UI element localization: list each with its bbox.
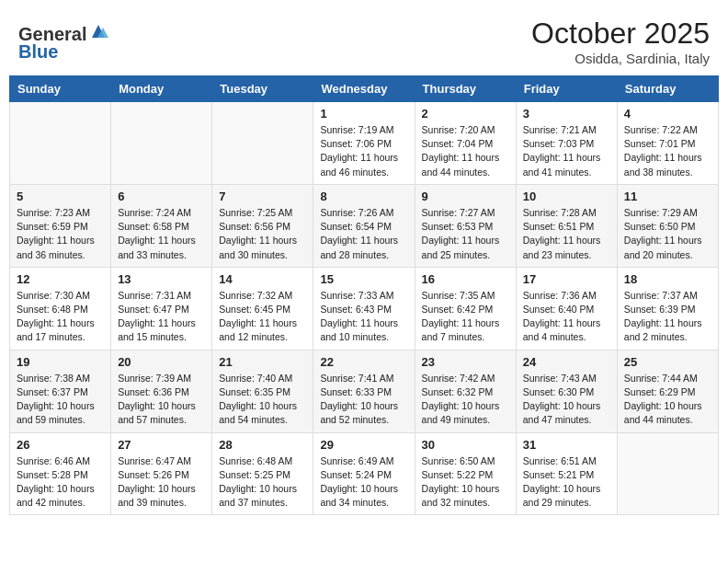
day-number: 12 — [17, 272, 104, 286]
day-cell: 4Sunrise: 7:22 AM Sunset: 7:01 PM Daylig… — [617, 102, 718, 185]
day-cell: 27Sunrise: 6:47 AM Sunset: 5:26 PM Dayli… — [111, 432, 212, 515]
month-title: October 2025 — [531, 17, 710, 51]
day-number: 25 — [624, 355, 711, 369]
day-info: Sunrise: 6:51 AM Sunset: 5:21 PM Dayligh… — [523, 454, 610, 511]
col-header-friday: Friday — [516, 76, 617, 102]
day-number: 2 — [422, 107, 509, 121]
day-info: Sunrise: 7:32 AM Sunset: 6:45 PM Dayligh… — [219, 289, 306, 345]
day-cell: 28Sunrise: 6:48 AM Sunset: 5:25 PM Dayli… — [212, 432, 313, 515]
day-number: 26 — [17, 438, 104, 452]
day-cell: 22Sunrise: 7:41 AM Sunset: 6:33 PM Dayli… — [313, 350, 415, 432]
day-cell: 1Sunrise: 7:19 AM Sunset: 7:06 PM Daylig… — [313, 102, 415, 185]
day-number: 14 — [219, 272, 306, 286]
day-cell — [10, 102, 111, 185]
day-info: Sunrise: 7:38 AM Sunset: 6:37 PM Dayligh… — [17, 372, 104, 428]
day-cell: 6Sunrise: 7:24 AM Sunset: 6:58 PM Daylig… — [111, 184, 212, 267]
day-cell: 7Sunrise: 7:25 AM Sunset: 6:56 PM Daylig… — [212, 184, 313, 267]
location-subtitle: Osidda, Sardinia, Italy — [531, 51, 710, 66]
week-row-3: 12Sunrise: 7:30 AM Sunset: 6:48 PM Dayli… — [10, 267, 719, 350]
day-number: 27 — [118, 438, 205, 452]
day-cell: 19Sunrise: 7:38 AM Sunset: 6:37 PM Dayli… — [10, 350, 111, 432]
week-row-2: 5Sunrise: 7:23 AM Sunset: 6:59 PM Daylig… — [10, 184, 719, 267]
day-number: 28 — [219, 438, 306, 452]
day-cell: 26Sunrise: 6:46 AM Sunset: 5:28 PM Dayli… — [10, 432, 111, 515]
day-cell — [617, 432, 718, 515]
day-info: Sunrise: 7:29 AM Sunset: 6:50 PM Dayligh… — [624, 206, 711, 262]
day-cell: 18Sunrise: 7:37 AM Sunset: 6:39 PM Dayli… — [617, 267, 718, 350]
col-header-sunday: Sunday — [10, 76, 111, 102]
day-cell: 30Sunrise: 6:50 AM Sunset: 5:22 PM Dayli… — [415, 432, 516, 515]
day-number: 1 — [320, 107, 407, 121]
day-number: 18 — [624, 272, 711, 286]
day-cell: 3Sunrise: 7:21 AM Sunset: 7:03 PM Daylig… — [516, 102, 617, 185]
week-row-1: 1Sunrise: 7:19 AM Sunset: 7:06 PM Daylig… — [10, 102, 719, 185]
day-info: Sunrise: 6:49 AM Sunset: 5:24 PM Dayligh… — [320, 454, 407, 511]
day-info: Sunrise: 7:21 AM Sunset: 7:03 PM Dayligh… — [523, 123, 610, 179]
day-cell: 23Sunrise: 7:42 AM Sunset: 6:32 PM Dayli… — [415, 350, 516, 432]
day-number: 13 — [118, 272, 205, 286]
day-info: Sunrise: 7:26 AM Sunset: 6:54 PM Dayligh… — [320, 206, 407, 262]
day-number: 3 — [523, 107, 610, 121]
day-number: 23 — [422, 355, 509, 369]
day-info: Sunrise: 7:33 AM Sunset: 6:43 PM Dayligh… — [320, 289, 407, 345]
col-header-wednesday: Wednesday — [313, 76, 415, 102]
day-info: Sunrise: 6:48 AM Sunset: 5:25 PM Dayligh… — [219, 454, 306, 511]
day-number: 9 — [422, 190, 509, 203]
col-header-tuesday: Tuesday — [212, 76, 313, 102]
day-info: Sunrise: 7:31 AM Sunset: 6:47 PM Dayligh… — [118, 289, 205, 345]
calendar-table: SundayMondayTuesdayWednesdayThursdayFrid… — [9, 75, 719, 515]
day-cell — [111, 102, 212, 185]
day-info: Sunrise: 7:41 AM Sunset: 6:33 PM Dayligh… — [320, 372, 407, 428]
day-number: 8 — [320, 190, 407, 203]
day-cell: 5Sunrise: 7:23 AM Sunset: 6:59 PM Daylig… — [10, 184, 111, 267]
day-info: Sunrise: 7:19 AM Sunset: 7:06 PM Dayligh… — [320, 123, 407, 179]
day-info: Sunrise: 7:25 AM Sunset: 6:56 PM Dayligh… — [219, 206, 306, 262]
day-cell: 15Sunrise: 7:33 AM Sunset: 6:43 PM Dayli… — [313, 267, 415, 350]
day-number: 10 — [523, 190, 610, 203]
day-number: 15 — [320, 272, 407, 286]
day-info: Sunrise: 7:44 AM Sunset: 6:29 PM Dayligh… — [624, 372, 711, 428]
day-number: 20 — [118, 355, 205, 369]
day-cell: 20Sunrise: 7:39 AM Sunset: 6:36 PM Dayli… — [111, 350, 212, 432]
col-header-monday: Monday — [111, 76, 212, 102]
day-info: Sunrise: 7:36 AM Sunset: 6:40 PM Dayligh… — [523, 289, 610, 345]
day-number: 22 — [320, 355, 407, 369]
day-cell: 13Sunrise: 7:31 AM Sunset: 6:47 PM Dayli… — [111, 267, 212, 350]
day-number: 19 — [17, 355, 104, 369]
day-cell: 16Sunrise: 7:35 AM Sunset: 6:42 PM Dayli… — [415, 267, 516, 350]
day-info: Sunrise: 6:46 AM Sunset: 5:28 PM Dayligh… — [17, 454, 104, 511]
day-number: 21 — [219, 355, 306, 369]
day-info: Sunrise: 7:23 AM Sunset: 6:59 PM Dayligh… — [17, 206, 104, 262]
day-info: Sunrise: 7:42 AM Sunset: 6:32 PM Dayligh… — [422, 372, 509, 428]
day-cell: 10Sunrise: 7:28 AM Sunset: 6:51 PM Dayli… — [516, 184, 617, 267]
day-info: Sunrise: 7:37 AM Sunset: 6:39 PM Dayligh… — [624, 289, 711, 345]
day-info: Sunrise: 7:28 AM Sunset: 6:51 PM Dayligh… — [523, 206, 610, 262]
day-cell: 12Sunrise: 7:30 AM Sunset: 6:48 PM Dayli… — [10, 267, 111, 350]
day-info: Sunrise: 7:40 AM Sunset: 6:35 PM Dayligh… — [219, 372, 306, 428]
day-cell: 14Sunrise: 7:32 AM Sunset: 6:45 PM Dayli… — [212, 267, 313, 350]
day-cell: 25Sunrise: 7:44 AM Sunset: 6:29 PM Dayli… — [617, 350, 718, 432]
day-cell: 9Sunrise: 7:27 AM Sunset: 6:53 PM Daylig… — [415, 184, 516, 267]
day-info: Sunrise: 7:24 AM Sunset: 6:58 PM Dayligh… — [118, 206, 205, 262]
week-row-4: 19Sunrise: 7:38 AM Sunset: 6:37 PM Dayli… — [10, 350, 719, 432]
day-cell: 17Sunrise: 7:36 AM Sunset: 6:40 PM Dayli… — [516, 267, 617, 350]
day-info: Sunrise: 7:43 AM Sunset: 6:30 PM Dayligh… — [523, 372, 610, 428]
day-number: 31 — [523, 438, 610, 452]
day-number: 29 — [320, 438, 407, 452]
day-info: Sunrise: 7:27 AM Sunset: 6:53 PM Dayligh… — [422, 206, 509, 262]
day-info: Sunrise: 7:35 AM Sunset: 6:42 PM Dayligh… — [422, 289, 509, 345]
day-cell: 2Sunrise: 7:20 AM Sunset: 7:04 PM Daylig… — [415, 102, 516, 185]
day-cell: 21Sunrise: 7:40 AM Sunset: 6:35 PM Dayli… — [212, 350, 313, 432]
day-cell: 31Sunrise: 6:51 AM Sunset: 5:21 PM Dayli… — [516, 432, 617, 515]
day-number: 4 — [624, 107, 711, 121]
day-number: 17 — [523, 272, 610, 286]
day-info: Sunrise: 7:30 AM Sunset: 6:48 PM Dayligh… — [17, 289, 104, 345]
day-info: Sunrise: 6:47 AM Sunset: 5:26 PM Dayligh… — [118, 454, 205, 511]
day-info: Sunrise: 7:39 AM Sunset: 6:36 PM Dayligh… — [118, 372, 205, 428]
day-number: 30 — [422, 438, 509, 452]
day-number: 24 — [523, 355, 610, 369]
day-cell: 8Sunrise: 7:26 AM Sunset: 6:54 PM Daylig… — [313, 184, 415, 267]
logo-icon — [88, 21, 108, 41]
col-header-saturday: Saturday — [617, 76, 718, 102]
day-number: 16 — [422, 272, 509, 286]
